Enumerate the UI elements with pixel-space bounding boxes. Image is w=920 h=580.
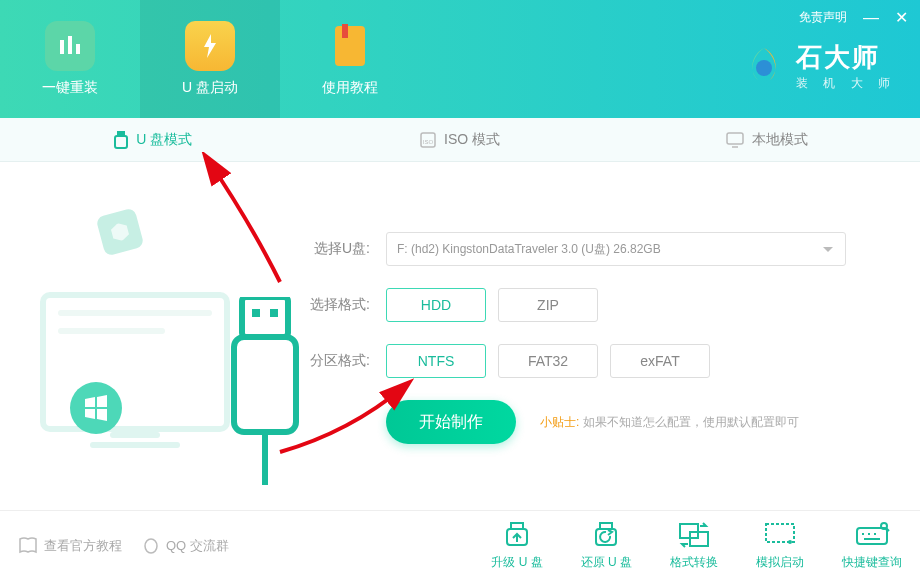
nav-label: 使用教程: [322, 79, 378, 97]
monitor-icon: [726, 132, 744, 148]
svg-rect-1: [68, 36, 72, 54]
partition-option-ntfs[interactable]: NTFS: [386, 344, 486, 378]
action-simulate-boot[interactable]: 模拟启动: [756, 520, 804, 571]
svg-rect-2: [76, 44, 80, 54]
action-label: 格式转换: [670, 554, 718, 571]
tab-label: ISO 模式: [444, 131, 500, 149]
disk-select[interactable]: F: (hd2) KingstonDataTraveler 3.0 (U盘) 2…: [386, 232, 846, 266]
nav-label: 一键重装: [42, 79, 98, 97]
logo-subtitle: 装 机 大 师: [796, 75, 896, 92]
official-tutorial-link[interactable]: 查看官方教程: [18, 537, 122, 555]
format-label: 选择格式:: [300, 296, 370, 314]
partition-label: 分区格式:: [300, 352, 370, 370]
tab-usb-mode[interactable]: U 盘模式: [0, 118, 307, 161]
mode-tabs: U 盘模式 ISO ISO 模式 本地模式: [0, 118, 920, 162]
tip-label: 小贴士:: [540, 415, 579, 429]
tab-local-mode[interactable]: 本地模式: [613, 118, 920, 161]
tab-label: U 盘模式: [136, 131, 192, 149]
tip-body: 如果不知道怎么配置，使用默认配置即可: [583, 415, 799, 429]
logo-title: 石大师: [796, 40, 896, 75]
action-shortcut-query[interactable]: 快捷键查询: [842, 520, 902, 571]
svg-point-24: [788, 540, 792, 544]
book-open-icon: [18, 537, 38, 555]
svg-text:ISO: ISO: [423, 139, 434, 145]
partition-option-exfat[interactable]: exFAT: [610, 344, 710, 378]
format-option-hdd[interactable]: HDD: [386, 288, 486, 322]
keyboard-icon: [854, 520, 890, 550]
window-controls: 免责声明 — ✕: [799, 8, 908, 27]
decor-badge: [96, 208, 145, 257]
svg-rect-25: [857, 528, 887, 544]
svg-rect-7: [115, 136, 127, 148]
action-label: 快捷键查询: [842, 554, 902, 571]
usb-large-icon: [230, 297, 300, 487]
action-restore-usb[interactable]: 还原 U 盘: [581, 520, 632, 571]
usb-up-icon: [499, 520, 535, 550]
tip-text: 小贴士: 如果不知道怎么配置，使用默认配置即可: [540, 414, 799, 431]
decor-stand: [110, 432, 160, 438]
main-content: 选择U盘: F: (hd2) KingstonDataTraveler 3.0 …: [0, 162, 920, 510]
disk-label: 选择U盘:: [300, 240, 370, 258]
lightning-icon: [202, 34, 218, 58]
decor-base: [90, 442, 180, 448]
tab-label: 本地模式: [752, 131, 808, 149]
iso-icon: ISO: [420, 132, 436, 148]
qq-group-link[interactable]: QQ 交流群: [142, 537, 229, 555]
logo-icon: [742, 44, 786, 88]
nav-tutorial[interactable]: 使用教程: [280, 0, 420, 118]
usb-small-icon: [114, 131, 128, 149]
svg-rect-14: [270, 309, 278, 317]
format-option-zip[interactable]: ZIP: [498, 288, 598, 322]
svg-point-5: [756, 60, 772, 76]
svg-rect-23: [766, 524, 794, 542]
disclaimer-link[interactable]: 免责声明: [799, 9, 847, 26]
bars-icon: [58, 36, 82, 56]
close-button[interactable]: ✕: [895, 8, 908, 27]
action-format-convert[interactable]: 格式转换: [670, 520, 718, 571]
convert-icon: [676, 520, 712, 550]
svg-rect-12: [242, 297, 288, 337]
svg-rect-15: [234, 337, 296, 432]
decor-monitor: [40, 292, 230, 432]
svg-rect-4: [342, 24, 348, 38]
action-label: 升级 U 盘: [491, 554, 542, 571]
illustration: [30, 202, 300, 510]
qq-icon: [142, 537, 160, 555]
app-header: 一键重装 U 盘启动 使用教程 免责声明 — ✕ 石大师 装 机 大 师: [0, 0, 920, 118]
svg-rect-0: [60, 40, 64, 54]
form-area: 选择U盘: F: (hd2) KingstonDataTraveler 3.0 …: [300, 202, 890, 510]
book-icon: [331, 24, 369, 68]
nav-reinstall[interactable]: 一键重装: [0, 0, 140, 118]
svg-point-16: [145, 539, 157, 553]
link-label: 查看官方教程: [44, 537, 122, 555]
tab-iso-mode[interactable]: ISO ISO 模式: [307, 118, 614, 161]
minimize-button[interactable]: —: [863, 9, 879, 27]
action-upgrade-usb[interactable]: 升级 U 盘: [491, 520, 542, 571]
nav-label: U 盘启动: [182, 79, 238, 97]
svg-rect-10: [727, 133, 743, 144]
nav-usb-boot[interactable]: U 盘启动: [140, 0, 280, 118]
disk-select-value: F: (hd2) KingstonDataTraveler 3.0 (U盘) 2…: [397, 241, 661, 258]
start-button[interactable]: 开始制作: [386, 400, 516, 444]
svg-rect-3: [335, 26, 365, 66]
app-logo: 石大师 装 机 大 师: [742, 40, 896, 92]
link-label: QQ 交流群: [166, 537, 229, 555]
footer: 查看官方教程 QQ 交流群 升级 U 盘 还原 U 盘 格式转换 模拟启动 快捷…: [0, 510, 920, 580]
windows-badge-icon: [70, 382, 122, 434]
partition-option-fat32[interactable]: FAT32: [498, 344, 598, 378]
action-label: 模拟启动: [756, 554, 804, 571]
svg-rect-13: [252, 309, 260, 317]
action-label: 还原 U 盘: [581, 554, 632, 571]
simulate-icon: [762, 520, 798, 550]
usb-restore-icon: [588, 520, 624, 550]
